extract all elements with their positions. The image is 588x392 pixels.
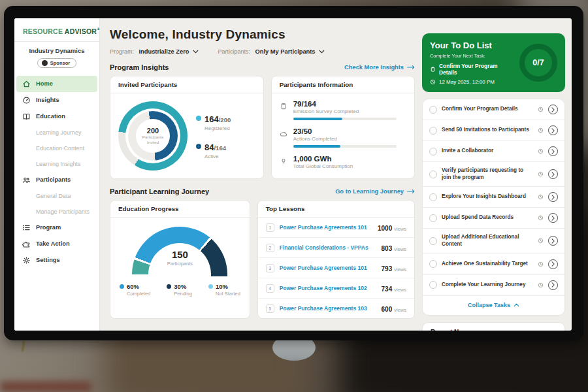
sidebar-item-learning-journey[interactable]: Learning Journey	[14, 125, 99, 140]
lesson-title-link[interactable]: Power Purchase Agreements 101	[280, 265, 382, 271]
card-title: Education Progress	[110, 201, 250, 218]
card-title: Participants Information	[272, 76, 414, 93]
card-title: Invited Participants	[110, 76, 263, 93]
chevron-right-button[interactable]	[548, 125, 558, 135]
dashboard-screen: RESOURCE ADVISOR+ Industry Dynamics Spon…	[14, 18, 572, 331]
sidebar-item-participants[interactable]: Participants	[14, 172, 99, 188]
lesson-rank: 1	[266, 223, 274, 232]
clock-icon	[538, 238, 544, 244]
active-value: 84	[204, 142, 214, 152]
task-checkbox[interactable]	[429, 260, 437, 268]
chevron-right-button[interactable]	[548, 259, 558, 269]
chevron-right-button[interactable]	[548, 146, 558, 156]
clock-icon	[538, 215, 544, 221]
check-more-insights-link[interactable]: Check More Insights	[344, 64, 415, 71]
lesson-row: 2 Financial Considerations - VPPAs 803vi…	[258, 237, 414, 257]
program-dropdown[interactable]: Industrialize Zero	[139, 48, 199, 55]
chevron-right-button[interactable]	[548, 105, 558, 114]
sidebar-nav: Home Insights Education Learning Journey…	[14, 76, 99, 269]
chevron-right-button[interactable]	[548, 192, 558, 202]
clipboard-icon	[280, 101, 288, 120]
collapse-label: Collapse Tasks	[468, 302, 510, 308]
lesson-title-link[interactable]: Power Purchase Agreements 101	[280, 224, 378, 231]
task-row-verify-participants[interactable]: Verify participants requesting to join t…	[423, 162, 564, 187]
sponsor-badge: Sponsor	[37, 58, 76, 68]
chevron-right-button[interactable]	[548, 213, 558, 223]
active-label: Active	[204, 154, 226, 159]
pending-pct: 30%	[174, 283, 186, 290]
go-to-learning-journey-link[interactable]: Go to Learning Journey	[335, 188, 415, 195]
book-icon	[22, 112, 31, 121]
metric-label: Actions Completed	[293, 136, 406, 142]
views-label: views	[394, 246, 406, 252]
gauge-value: 150	[132, 249, 227, 260]
task-checkbox[interactable]	[429, 148, 437, 155]
task-row-upload-spend-data[interactable]: Upload Spend Data Records	[423, 208, 564, 229]
todo-column: Your To Do List Complete Your Next Task:…	[422, 25, 565, 331]
progress-bar	[293, 118, 397, 120]
lesson-title-link[interactable]: Power Purchase Agreements 102	[280, 285, 382, 291]
sidebar-item-program[interactable]: Program	[14, 220, 99, 236]
task-row-explore-insights[interactable]: Explore Your Insights Dashboard	[423, 187, 564, 208]
task-checkbox[interactable]	[429, 237, 437, 245]
sidebar-item-home[interactable]: Home	[16, 76, 97, 92]
lesson-views: 803	[382, 245, 393, 252]
completed-dot-icon	[120, 284, 124, 289]
todo-hero-card: Your To Do List Complete Your Next Task:…	[422, 33, 565, 92]
task-row-invite-collaborator[interactable]: Invite a Collaborator	[423, 141, 564, 162]
lesson-title-link[interactable]: Power Purchase Agreements 103	[280, 305, 382, 312]
sidebar-item-label: Settings	[36, 257, 60, 263]
participants-dropdown[interactable]: Only My Participants	[255, 48, 325, 55]
task-checkbox[interactable]	[429, 127, 437, 135]
task-row-upload-educational-content[interactable]: Upload Additional Educational Content	[423, 229, 564, 253]
chevron-right-button[interactable]	[548, 169, 558, 179]
list-icon	[22, 223, 31, 232]
program-filter: Program: Industrialize Zero	[110, 48, 199, 55]
sidebar-item-label: Take Action	[36, 240, 70, 247]
task-checkbox[interactable]	[429, 214, 437, 222]
task-checkbox[interactable]	[429, 281, 437, 289]
sidebar-item-take-action[interactable]: Take Action	[14, 236, 99, 252]
lesson-title-link[interactable]: Financial Considerations - VPPAs	[280, 244, 382, 251]
clock-icon	[430, 79, 436, 85]
task-checkbox[interactable]	[429, 171, 437, 178]
sidebar-item-label: Participants	[36, 176, 71, 183]
todo-task-list: Confirm Your Program Details Send 50 Inv…	[422, 99, 565, 316]
lesson-views: 793	[382, 265, 393, 272]
lesson-rank: 2	[266, 244, 274, 252]
sidebar-item-education-content[interactable]: Education Content	[14, 140, 99, 156]
clock-icon	[538, 171, 544, 177]
clock-icon	[538, 194, 544, 200]
sidebar-item-manage-participants[interactable]: Manage Participants	[14, 204, 99, 220]
chevron-right-button[interactable]	[548, 280, 558, 290]
active-dot-icon	[196, 144, 201, 149]
page-title: Welcome, Industry Dynamics	[110, 27, 415, 42]
clipboard-icon	[430, 66, 436, 73]
metric-consumption: 1,000 GWh Total Global Consumption	[280, 155, 406, 169]
task-row-send-invitations[interactable]: Send 50 Invitations to Participants	[423, 120, 564, 141]
sidebar-item-label: Manage Participants	[36, 208, 90, 215]
task-checkbox[interactable]	[429, 193, 437, 201]
task-row-confirm-program[interactable]: Confirm Your Program Details	[423, 99, 564, 120]
sidebar-item-learning-insights[interactable]: Learning Insights	[14, 156, 99, 172]
sidebar-item-insights[interactable]: Insights	[14, 92, 99, 108]
task-row-complete-learning-journey[interactable]: Complete Your Learning Journey	[423, 275, 564, 296]
task-label: Explore Your Insights Dashboard	[442, 193, 533, 201]
task-row-achieve-target[interactable]: Achieve One Sustainability Target	[423, 254, 564, 275]
views-label: views	[394, 307, 406, 313]
lesson-row: 5 Power Purchase Agreements 103 600views	[258, 298, 414, 318]
invited-participants-card: Invited Participants 200 Participants In…	[110, 76, 264, 179]
arrow-right-icon	[407, 65, 415, 70]
task-checkbox[interactable]	[429, 106, 437, 114]
sidebar-item-education[interactable]: Education	[14, 108, 99, 125]
people-icon	[22, 176, 31, 184]
clock-icon	[538, 282, 544, 288]
completed-pct: 60%	[127, 283, 139, 290]
task-label: Invite a Collaborator	[442, 148, 533, 155]
metric-label: Emission Survey Completed	[293, 108, 406, 114]
sidebar-item-settings[interactable]: Settings	[14, 252, 99, 269]
collapse-tasks-link[interactable]: Collapse Tasks	[423, 296, 564, 315]
gauge-label: Participants	[132, 261, 227, 267]
chevron-right-button[interactable]	[548, 236, 558, 246]
sidebar-item-general-data[interactable]: General Data	[14, 188, 99, 204]
